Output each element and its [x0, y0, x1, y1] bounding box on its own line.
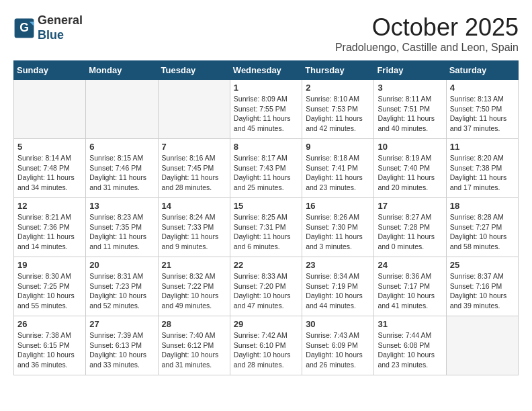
day-number: 30: [306, 319, 370, 329]
calendar-cell: 29Sunrise: 7:42 AMSunset: 6:10 PMDayligh…: [230, 316, 302, 375]
day-number: 29: [234, 319, 298, 329]
calendar-cell: 20Sunrise: 8:31 AMSunset: 7:23 PMDayligh…: [86, 257, 158, 316]
day-info: Sunrise: 8:33 AMSunset: 7:20 PMDaylight:…: [234, 271, 298, 311]
calendar-header-row: SundayMondayTuesdayWednesdayThursdayFrid…: [14, 61, 519, 80]
day-number: 17: [378, 201, 442, 211]
calendar-cell: 5Sunrise: 8:14 AMSunset: 7:48 PMDaylight…: [14, 139, 86, 198]
weekday-header: Wednesday: [230, 61, 302, 80]
day-info: Sunrise: 8:31 AMSunset: 7:23 PMDaylight:…: [89, 271, 154, 311]
day-number: 9: [306, 142, 370, 152]
day-info: Sunrise: 8:28 AMSunset: 7:27 PMDaylight:…: [450, 212, 515, 252]
day-info: Sunrise: 8:15 AMSunset: 7:46 PMDaylight:…: [89, 153, 154, 193]
calendar-cell: 23Sunrise: 8:34 AMSunset: 7:19 PMDayligh…: [302, 257, 374, 316]
calendar-cell: 26Sunrise: 7:38 AMSunset: 6:15 PMDayligh…: [14, 316, 86, 375]
calendar-cell: 17Sunrise: 8:27 AMSunset: 7:28 PMDayligh…: [374, 198, 446, 257]
day-info: Sunrise: 7:38 AMSunset: 6:15 PMDaylight:…: [17, 330, 82, 370]
day-number: 24: [378, 260, 442, 270]
day-info: Sunrise: 8:30 AMSunset: 7:25 PMDaylight:…: [17, 271, 82, 311]
day-number: 15: [234, 201, 298, 211]
calendar-cell: 16Sunrise: 8:26 AMSunset: 7:30 PMDayligh…: [302, 198, 374, 257]
day-info: Sunrise: 8:09 AMSunset: 7:55 PMDaylight:…: [234, 94, 298, 134]
month-title: October 2025: [335, 13, 519, 42]
calendar-cell: 11Sunrise: 8:20 AMSunset: 7:38 PMDayligh…: [446, 139, 518, 198]
weekday-header: Friday: [374, 61, 446, 80]
calendar-cell: 8Sunrise: 8:17 AMSunset: 7:43 PMDaylight…: [230, 139, 302, 198]
day-number: 28: [162, 319, 226, 329]
calendar-cell: 30Sunrise: 7:43 AMSunset: 6:09 PMDayligh…: [302, 316, 374, 375]
logo-general: General: [38, 13, 83, 28]
calendar-cell: [158, 80, 230, 139]
logo-icon: G: [13, 17, 35, 39]
calendar-cell: [446, 316, 518, 375]
day-info: Sunrise: 8:16 AMSunset: 7:45 PMDaylight:…: [162, 153, 226, 193]
day-info: Sunrise: 7:39 AMSunset: 6:13 PMDaylight:…: [89, 330, 154, 370]
calendar-cell: 7Sunrise: 8:16 AMSunset: 7:45 PMDaylight…: [158, 139, 230, 198]
calendar-cell: 6Sunrise: 8:15 AMSunset: 7:46 PMDaylight…: [86, 139, 158, 198]
location: Pradoluengo, Castille and Leon, Spain: [335, 42, 519, 54]
calendar-cell: 12Sunrise: 8:21 AMSunset: 7:36 PMDayligh…: [14, 198, 86, 257]
day-number: 5: [17, 142, 82, 152]
day-number: 18: [450, 201, 515, 211]
day-number: 4: [450, 83, 515, 93]
day-info: Sunrise: 8:10 AMSunset: 7:53 PMDaylight:…: [306, 94, 370, 134]
day-info: Sunrise: 7:44 AMSunset: 6:08 PMDaylight:…: [378, 330, 442, 370]
day-number: 31: [378, 319, 442, 329]
calendar-cell: 27Sunrise: 7:39 AMSunset: 6:13 PMDayligh…: [86, 316, 158, 375]
calendar-cell: 3Sunrise: 8:11 AMSunset: 7:51 PMDaylight…: [374, 80, 446, 139]
day-number: 26: [17, 319, 82, 329]
day-info: Sunrise: 8:13 AMSunset: 7:50 PMDaylight:…: [450, 94, 515, 134]
day-number: 23: [306, 260, 370, 270]
day-info: Sunrise: 8:26 AMSunset: 7:30 PMDaylight:…: [306, 212, 370, 252]
day-info: Sunrise: 8:25 AMSunset: 7:31 PMDaylight:…: [234, 212, 298, 252]
day-info: Sunrise: 7:42 AMSunset: 6:10 PMDaylight:…: [234, 330, 298, 370]
title-block: October 2025 Pradoluengo, Castille and L…: [335, 13, 519, 54]
calendar-cell: 22Sunrise: 8:33 AMSunset: 7:20 PMDayligh…: [230, 257, 302, 316]
weekday-header: Sunday: [14, 61, 86, 80]
calendar-cell: 9Sunrise: 8:18 AMSunset: 7:41 PMDaylight…: [302, 139, 374, 198]
calendar-cell: [86, 80, 158, 139]
day-number: 8: [234, 142, 298, 152]
calendar-cell: 24Sunrise: 8:36 AMSunset: 7:17 PMDayligh…: [374, 257, 446, 316]
day-number: 19: [17, 260, 82, 270]
day-number: 7: [162, 142, 226, 152]
svg-text:G: G: [19, 20, 29, 34]
calendar-cell: 10Sunrise: 8:19 AMSunset: 7:40 PMDayligh…: [374, 139, 446, 198]
day-info: Sunrise: 8:36 AMSunset: 7:17 PMDaylight:…: [378, 271, 442, 311]
page-header: G General Blue October 2025 Pradoluengo,…: [13, 13, 519, 54]
calendar-cell: 18Sunrise: 8:28 AMSunset: 7:27 PMDayligh…: [446, 198, 518, 257]
calendar-cell: 14Sunrise: 8:24 AMSunset: 7:33 PMDayligh…: [158, 198, 230, 257]
day-info: Sunrise: 7:43 AMSunset: 6:09 PMDaylight:…: [306, 330, 370, 370]
calendar-cell: 21Sunrise: 8:32 AMSunset: 7:22 PMDayligh…: [158, 257, 230, 316]
day-number: 27: [89, 319, 154, 329]
day-number: 25: [450, 260, 515, 270]
day-info: Sunrise: 8:24 AMSunset: 7:33 PMDaylight:…: [162, 212, 226, 252]
day-number: 22: [234, 260, 298, 270]
day-info: Sunrise: 8:17 AMSunset: 7:43 PMDaylight:…: [234, 153, 298, 193]
day-number: 3: [378, 83, 442, 93]
weekday-header: Thursday: [302, 61, 374, 80]
day-info: Sunrise: 8:20 AMSunset: 7:38 PMDaylight:…: [450, 153, 515, 193]
day-info: Sunrise: 8:34 AMSunset: 7:19 PMDaylight:…: [306, 271, 370, 311]
day-number: 12: [17, 201, 82, 211]
day-number: 10: [378, 142, 442, 152]
day-info: Sunrise: 8:14 AMSunset: 7:48 PMDaylight:…: [17, 153, 82, 193]
weekday-header: Tuesday: [158, 61, 230, 80]
day-number: 1: [234, 83, 298, 93]
calendar-cell: 19Sunrise: 8:30 AMSunset: 7:25 PMDayligh…: [14, 257, 86, 316]
day-info: Sunrise: 8:32 AMSunset: 7:22 PMDaylight:…: [162, 271, 226, 311]
day-info: Sunrise: 8:21 AMSunset: 7:36 PMDaylight:…: [17, 212, 82, 252]
calendar-week-row: 5Sunrise: 8:14 AMSunset: 7:48 PMDaylight…: [14, 139, 519, 198]
day-info: Sunrise: 8:19 AMSunset: 7:40 PMDaylight:…: [378, 153, 442, 193]
day-info: Sunrise: 8:11 AMSunset: 7:51 PMDaylight:…: [378, 94, 442, 134]
day-info: Sunrise: 8:27 AMSunset: 7:28 PMDaylight:…: [378, 212, 442, 252]
calendar-cell: 13Sunrise: 8:23 AMSunset: 7:35 PMDayligh…: [86, 198, 158, 257]
calendar-cell: 31Sunrise: 7:44 AMSunset: 6:08 PMDayligh…: [374, 316, 446, 375]
calendar-week-row: 1Sunrise: 8:09 AMSunset: 7:55 PMDaylight…: [14, 80, 519, 139]
day-info: Sunrise: 8:18 AMSunset: 7:41 PMDaylight:…: [306, 153, 370, 193]
calendar-body: 1Sunrise: 8:09 AMSunset: 7:55 PMDaylight…: [14, 80, 519, 375]
day-number: 2: [306, 83, 370, 93]
calendar-cell: [14, 80, 86, 139]
day-info: Sunrise: 8:37 AMSunset: 7:16 PMDaylight:…: [450, 271, 515, 311]
day-info: Sunrise: 7:40 AMSunset: 6:12 PMDaylight:…: [162, 330, 226, 370]
calendar-cell: 1Sunrise: 8:09 AMSunset: 7:55 PMDaylight…: [230, 80, 302, 139]
